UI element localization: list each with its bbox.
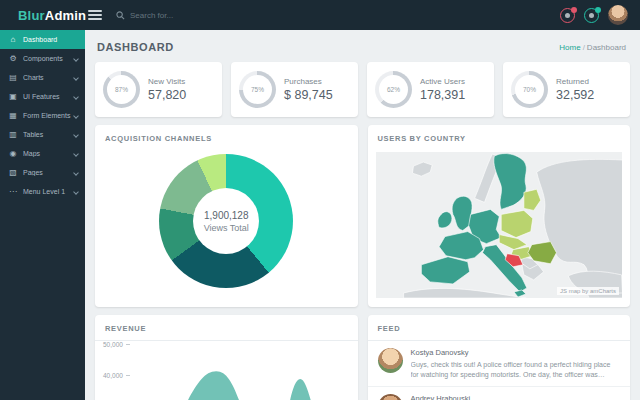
- stat-value: $ 89,745: [284, 88, 333, 102]
- chevron-down-icon: [73, 94, 79, 100]
- feed-item-andrey-hrabouski[interactable]: ▶Andrey HrabouskiAdded new video 'Vader …: [368, 386, 631, 400]
- sidebar-item-menu-level-1[interactable]: ⋯Menu Level 1: [0, 182, 85, 201]
- map-pin-icon: ◉: [7, 150, 19, 158]
- chart-icon: ▤: [7, 74, 19, 82]
- feed-user-name: Kostya Danovsky: [411, 348, 621, 357]
- revenue-area-chart-svg[interactable]: [137, 341, 350, 400]
- sidebar-item-label: Tables: [23, 131, 74, 138]
- progress-percent: 87%: [107, 75, 136, 104]
- feed-avatar: ▶: [378, 394, 403, 400]
- sidebar-item-label: Form Elements: [23, 112, 74, 119]
- app-logo-admin: Admin: [45, 8, 86, 23]
- chevron-down-icon: [73, 189, 79, 195]
- home-icon: ⌂: [7, 36, 19, 44]
- stat-value: 57,820: [148, 88, 186, 102]
- y-axis-tick-label: 50,000: [103, 341, 123, 348]
- chevron-down-icon: [73, 132, 79, 138]
- messages-badge: [595, 7, 601, 13]
- y-axis-tick: 50,000: [103, 341, 130, 348]
- europe-map[interactable]: JS map by amCharts: [376, 152, 623, 298]
- app-logo-blur: Blur: [18, 8, 45, 23]
- sidebar-item-label: UI Features: [23, 93, 74, 100]
- stat-label: New Visits: [148, 77, 186, 86]
- sidebar-nav: ⌂Dashboard⚙Components▤Charts▣UI Features…: [0, 30, 85, 201]
- feed-item-kostya-danovsky[interactable]: Kostya DanovskyGuys, check this out! A p…: [368, 341, 631, 386]
- messages-icon[interactable]: [584, 8, 599, 23]
- donut-total-value: 1,900,128: [204, 210, 249, 221]
- topbar-right: [560, 5, 628, 25]
- search-icon: [116, 11, 125, 20]
- sidebar-item-label: Menu Level 1: [23, 188, 74, 195]
- feed-user-name: Andrey Hrabouski: [411, 394, 513, 400]
- map-attribution: JS map by amCharts: [557, 287, 619, 295]
- ui-features-icon: ▣: [7, 93, 19, 101]
- chevron-down-icon: [73, 151, 79, 157]
- page-title: DASHBOARD: [97, 41, 174, 53]
- sidebar-item-tables[interactable]: ▥Tables: [0, 125, 85, 144]
- sidebar-item-components[interactable]: ⚙Components: [0, 49, 85, 68]
- stat-card-purchases: 75%Purchases$ 89,745: [231, 62, 358, 117]
- breadcrumb: Home/Dashboard: [559, 43, 626, 52]
- feed-panel: FEED Kostya DanovskyGuys, check this out…: [368, 315, 631, 400]
- stat-value: 32,592: [556, 88, 594, 102]
- search-input[interactable]: [130, 11, 230, 20]
- sidebar-item-maps[interactable]: ◉Maps: [0, 144, 85, 163]
- sidebar-item-label: Maps: [23, 150, 74, 157]
- sidebar: ⌂Dashboard⚙Components▤Charts▣UI Features…: [0, 30, 85, 400]
- breadcrumb-current: Dashboard: [587, 43, 626, 52]
- app-logo[interactable]: BlurAdmin: [18, 8, 80, 23]
- revenue-panel-title: REVENUE: [95, 315, 358, 341]
- sidebar-item-label: Components: [23, 55, 74, 62]
- notifications-badge: [571, 7, 577, 13]
- progress-ring: 62%: [375, 71, 412, 108]
- revenue-chart[interactable]: 50,00040,00030,000: [103, 341, 350, 400]
- chevron-down-icon: [73, 113, 79, 119]
- stat-card-returned: 70%Returned32,592: [503, 62, 630, 117]
- sidebar-item-label: Dashboard: [23, 36, 80, 43]
- progress-percent: 62%: [379, 75, 408, 104]
- sidebar-item-ui-features[interactable]: ▣UI Features: [0, 87, 85, 106]
- form-icon: ▦: [7, 112, 19, 120]
- users-by-country-panel: USERS BY COUNTRY: [368, 125, 631, 307]
- sidebar-item-form-elements[interactable]: ▦Form Elements: [0, 106, 85, 125]
- feed-message: Guys, check this out! A police officer f…: [411, 360, 621, 380]
- stat-value: 178,391: [420, 88, 465, 102]
- notifications-icon[interactable]: [560, 8, 575, 23]
- progress-percent: 70%: [515, 75, 544, 104]
- chevron-down-icon: [73, 56, 79, 62]
- map-panel-title: USERS BY COUNTRY: [368, 125, 631, 150]
- breadcrumb-home[interactable]: Home: [559, 43, 580, 52]
- acquisition-panel-title: ACQUISITION CHANNELS: [95, 125, 358, 150]
- menu-level-icon: ⋯: [7, 188, 19, 196]
- sidebar-item-charts[interactable]: ▤Charts: [0, 68, 85, 87]
- chevron-down-icon: [73, 170, 79, 176]
- progress-ring: 75%: [239, 71, 276, 108]
- sidebar-item-label: Charts: [23, 74, 74, 81]
- gear-icon: ⚙: [7, 55, 19, 63]
- progress-percent: 75%: [243, 75, 272, 104]
- chevron-down-icon: [73, 75, 79, 81]
- stat-card-new-visits: 87%New Visits57,820: [95, 62, 222, 117]
- feed-list: Kostya DanovskyGuys, check this out! A p…: [368, 341, 631, 400]
- progress-ring: 70%: [511, 71, 548, 108]
- feed-avatar: [378, 348, 403, 373]
- stat-label: Returned: [556, 77, 594, 86]
- main-content: DASHBOARD Home/Dashboard 87%New Visits57…: [85, 0, 640, 400]
- menu-toggle-icon[interactable]: [88, 8, 102, 22]
- pages-icon: ▧: [7, 169, 19, 177]
- sidebar-item-dashboard[interactable]: ⌂Dashboard: [0, 30, 85, 49]
- sidebar-item-pages[interactable]: ▧Pages: [0, 163, 85, 182]
- user-avatar[interactable]: [608, 5, 628, 25]
- breadcrumb-separator: /: [583, 43, 585, 52]
- feed-panel-title: FEED: [368, 315, 631, 341]
- acquisition-donut-chart[interactable]: 1,900,128 Views Total: [159, 154, 293, 288]
- stat-label: Active Users: [420, 77, 465, 86]
- stat-cards-row: 87%New Visits57,82075%Purchases$ 89,7456…: [85, 62, 640, 117]
- sidebar-item-label: Pages: [23, 169, 74, 176]
- topbar: BlurAdmin: [0, 0, 640, 30]
- search-box[interactable]: [116, 11, 230, 20]
- table-icon: ▥: [7, 131, 19, 139]
- revenue-series-dark: [137, 371, 350, 400]
- europe-map-svg[interactable]: [376, 152, 623, 298]
- stat-label: Purchases: [284, 77, 333, 86]
